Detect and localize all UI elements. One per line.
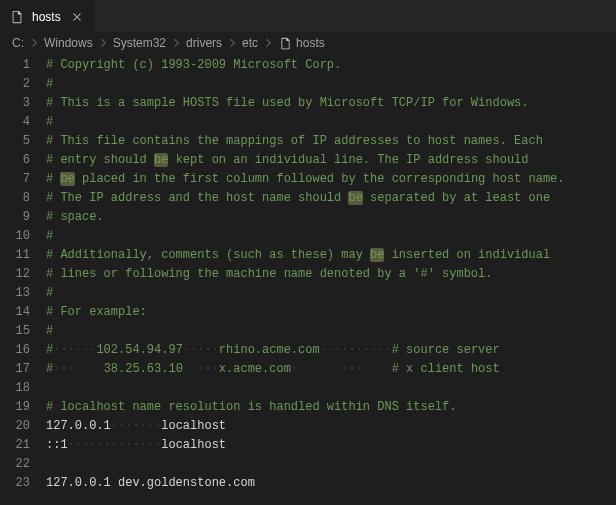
code-line[interactable]: # Copyright (c) 1993-2009 Microsoft Corp… [46, 56, 616, 75]
breadcrumb-segment[interactable]: Windows [44, 36, 93, 50]
code-line[interactable]: # entry should be kept on an individual … [46, 151, 616, 170]
line-number: 5 [0, 132, 30, 151]
line-number: 9 [0, 208, 30, 227]
file-icon [278, 36, 292, 50]
close-icon[interactable] [69, 9, 85, 25]
code-line[interactable]: # be placed in the first column followed… [46, 170, 616, 189]
tab-hosts[interactable]: hosts [0, 0, 95, 32]
line-number: 21 [0, 436, 30, 455]
breadcrumb-segment[interactable]: etc [242, 36, 258, 50]
code-line[interactable]: # Additionally, comments (such as these)… [46, 246, 616, 265]
code-line[interactable]: ::1·············localhost [46, 436, 616, 455]
line-number: 6 [0, 151, 30, 170]
breadcrumb-segment[interactable]: System32 [113, 36, 166, 50]
line-number: 7 [0, 170, 30, 189]
line-number: 18 [0, 379, 30, 398]
code-line[interactable]: # [46, 227, 616, 246]
tab-title: hosts [32, 10, 61, 24]
line-number: 16 [0, 341, 30, 360]
code-line[interactable] [46, 455, 616, 474]
line-number: 4 [0, 113, 30, 132]
code-line[interactable]: 127.0.0.1·······localhost [46, 417, 616, 436]
code-line[interactable]: # This is a sample HOSTS file used by Mi… [46, 94, 616, 113]
code-line[interactable]: # localhost name resolution is handled w… [46, 398, 616, 417]
code-line[interactable]: # [46, 113, 616, 132]
line-number: 10 [0, 227, 30, 246]
chevron-right-icon [170, 37, 182, 49]
breadcrumb-file[interactable]: hosts [296, 36, 325, 50]
line-number: 14 [0, 303, 30, 322]
line-number: 1 [0, 56, 30, 75]
code-line[interactable]: #······102.54.94.97·····rhino.acme.com··… [46, 341, 616, 360]
code-line[interactable] [46, 379, 616, 398]
line-number: 20 [0, 417, 30, 436]
line-number: 13 [0, 284, 30, 303]
tab-bar: hosts [0, 0, 616, 32]
line-number: 23 [0, 474, 30, 493]
chevron-right-icon [226, 37, 238, 49]
line-number: 15 [0, 322, 30, 341]
code-line[interactable]: # The IP address and the host name shoul… [46, 189, 616, 208]
chevron-right-icon [28, 37, 40, 49]
file-icon [10, 10, 24, 24]
line-number-gutter: 1234567891011121314151617181920212223 [0, 54, 46, 505]
breadcrumb-segment[interactable]: drivers [186, 36, 222, 50]
line-number: 11 [0, 246, 30, 265]
code-line[interactable]: # lines or following the machine name de… [46, 265, 616, 284]
editor[interactable]: 1234567891011121314151617181920212223 # … [0, 54, 616, 505]
line-number: 19 [0, 398, 30, 417]
line-number: 2 [0, 75, 30, 94]
line-number: 8 [0, 189, 30, 208]
code-line[interactable]: # [46, 284, 616, 303]
line-number: 17 [0, 360, 30, 379]
chevron-right-icon [97, 37, 109, 49]
code-line[interactable]: 127.0.0.1 dev.goldenstone.com [46, 474, 616, 493]
code-content[interactable]: # Copyright (c) 1993-2009 Microsoft Corp… [46, 54, 616, 505]
chevron-right-icon [262, 37, 274, 49]
breadcrumb-segment[interactable]: C: [12, 36, 24, 50]
line-number: 22 [0, 455, 30, 474]
breadcrumb[interactable]: C: Windows System32 drivers etc hosts [0, 32, 616, 54]
line-number: 3 [0, 94, 30, 113]
code-line[interactable]: # space. [46, 208, 616, 227]
code-line[interactable]: # This file contains the mappings of IP … [46, 132, 616, 151]
code-line[interactable]: # [46, 322, 616, 341]
line-number: 12 [0, 265, 30, 284]
code-line[interactable]: #·······38.25.63.10·····x.acme.com······… [46, 360, 616, 379]
code-line[interactable]: # For example: [46, 303, 616, 322]
code-line[interactable]: # [46, 75, 616, 94]
